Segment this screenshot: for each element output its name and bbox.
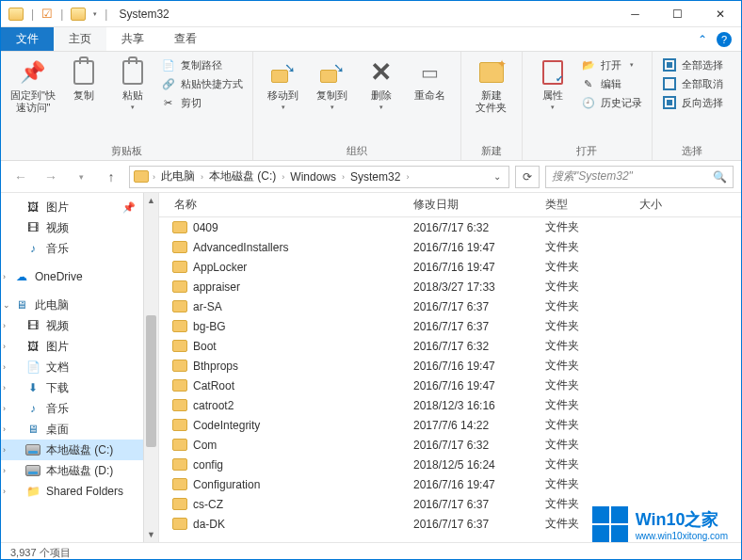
nav-videos2[interactable]: ›🎞视频 xyxy=(1,315,158,336)
scroll-down-icon[interactable]: ▼ xyxy=(144,527,158,542)
chevron-down-icon[interactable]: ⌄ xyxy=(3,300,10,310)
move-to-button[interactable]: ➘ 移动到 ▾ xyxy=(263,57,304,112)
chevron-right-icon[interactable]: › xyxy=(3,487,6,496)
copy-button[interactable]: 复制 xyxy=(63,57,105,102)
nav-shared[interactable]: ›📁Shared Folders xyxy=(1,481,158,502)
chevron-right-icon[interactable]: › xyxy=(3,424,6,434)
search-input[interactable]: 搜索"System32" 🔍 xyxy=(545,166,734,188)
scroll-thumb[interactable] xyxy=(146,315,156,447)
table-row[interactable]: CodeIntegrity2017/7/6 14:22文件夹 xyxy=(159,415,741,435)
pin-to-quick-access-button[interactable]: 📌 固定到"快 速访问" xyxy=(10,57,56,114)
delete-button[interactable]: ✕ 删除 ▾ xyxy=(361,57,402,112)
nav-pane[interactable]: 🖼图片📌 🎞视频 ♪音乐 ›☁OneDrive ⌄🖥此电脑 ›🎞视频 ›🖼图片 … xyxy=(1,193,159,542)
table-row[interactable]: appraiser2018/3/27 17:33文件夹 xyxy=(159,277,741,296)
bc-sep-icon[interactable]: › xyxy=(201,172,203,182)
table-row[interactable]: bg-BG2016/7/17 6:37文件夹 xyxy=(159,316,741,336)
tab-home[interactable]: 主页 xyxy=(54,27,106,51)
history-button[interactable]: 🕘历史记录 xyxy=(581,95,642,110)
properties-button[interactable]: ✔ 属性 ▾ xyxy=(532,57,573,112)
table-row[interactable]: da-DK2016/7/17 6:37文件夹 xyxy=(159,514,741,534)
nav-pictures[interactable]: 🖼图片📌 xyxy=(1,197,158,217)
chevron-right-icon[interactable]: › xyxy=(3,321,6,330)
back-button[interactable]: ← xyxy=(8,165,33,189)
up-button[interactable]: ↑ xyxy=(99,165,123,189)
qat-newfolder-icon[interactable] xyxy=(71,8,86,21)
nav-pictures2[interactable]: ›🖼图片 xyxy=(1,336,158,357)
paste-button[interactable]: 粘贴 ▾ xyxy=(112,57,153,112)
chevron-right-icon[interactable]: › xyxy=(3,404,6,413)
chevron-right-icon[interactable]: › xyxy=(3,272,6,281)
edit-button[interactable]: ✎编辑 xyxy=(581,76,642,91)
bc-sep-icon[interactable]: › xyxy=(282,172,284,182)
table-row[interactable]: catroot22018/12/3 16:16文件夹 xyxy=(159,395,741,415)
nav-this-pc[interactable]: ⌄🖥此电脑 xyxy=(1,295,158,315)
chevron-right-icon[interactable]: › xyxy=(3,466,6,475)
help-icon[interactable]: ? xyxy=(717,32,732,47)
table-row[interactable]: CatRoot2016/7/16 19:47文件夹 xyxy=(159,376,741,395)
bc-sep-icon[interactable]: › xyxy=(153,172,155,182)
bc-sep-icon[interactable]: › xyxy=(406,172,409,182)
table-row[interactable]: AdvancedInstallers2016/7/16 19:47文件夹 xyxy=(159,237,741,257)
qat-properties-icon[interactable]: ☑ xyxy=(41,7,53,21)
nav-music2[interactable]: ›♪音乐 xyxy=(1,398,158,419)
select-all-button[interactable]: 全部选择 xyxy=(662,57,723,72)
nav-music[interactable]: ♪音乐 xyxy=(1,238,158,259)
column-name[interactable]: 名称 xyxy=(159,197,406,213)
column-date[interactable]: 修改日期 xyxy=(406,197,538,213)
breadcrumb-bar[interactable]: › 此电脑 › 本地磁盘 (C:) › Windows › System32 ›… xyxy=(129,166,509,188)
chevron-right-icon[interactable]: › xyxy=(3,362,6,372)
table-row[interactable]: Com2016/7/17 6:32文件夹 xyxy=(159,435,741,455)
nav-scrollbar[interactable]: ▲▼ xyxy=(143,193,158,542)
bc-sep-icon[interactable]: › xyxy=(342,172,345,182)
copy-path-button[interactable]: 📄复制路径 xyxy=(161,57,243,72)
nav-videos[interactable]: 🎞视频 xyxy=(1,217,158,238)
title-bar: | ☑ | ▾ | System32 ─ ☐ ✕ xyxy=(1,1,741,27)
chevron-right-icon[interactable]: › xyxy=(3,383,6,392)
cut-button[interactable]: ✂剪切 xyxy=(161,95,243,110)
nav-downloads[interactable]: ›⬇下载 xyxy=(1,377,158,398)
breadcrumb-item[interactable]: System32 xyxy=(347,170,404,184)
chevron-right-icon[interactable]: › xyxy=(3,342,6,351)
breadcrumb-item[interactable]: 此电脑 xyxy=(157,168,199,184)
column-size[interactable]: 大小 xyxy=(632,197,707,213)
tab-share[interactable]: 共享 xyxy=(106,27,159,51)
recent-dropdown[interactable]: ▾ xyxy=(69,165,93,189)
minimize-button[interactable]: ─ xyxy=(614,1,656,27)
tab-file[interactable]: 文件 xyxy=(1,27,54,51)
table-row[interactable]: ar-SA2016/7/17 6:37文件夹 xyxy=(159,296,741,316)
open-button[interactable]: 📂打开▾ xyxy=(581,57,642,72)
table-row[interactable]: config2018/12/5 16:24文件夹 xyxy=(159,455,741,474)
rename-button[interactable]: ▭ 重命名 xyxy=(410,57,451,102)
close-button[interactable]: ✕ xyxy=(699,1,741,27)
collapse-ribbon-icon[interactable]: ⌃ xyxy=(698,33,707,46)
table-row[interactable]: Configuration2016/7/16 19:47文件夹 xyxy=(159,474,741,494)
breadcrumb-item[interactable]: Windows xyxy=(286,170,340,184)
table-row[interactable]: Bthprops2016/7/16 19:47文件夹 xyxy=(159,356,741,376)
new-folder-button[interactable]: 新建 文件夹 xyxy=(471,57,512,114)
table-row[interactable]: Boot2016/7/17 6:32文件夹 xyxy=(159,336,741,356)
select-none-button[interactable]: 全部取消 xyxy=(662,76,723,91)
file-list[interactable]: 名称 修改日期 类型 大小 04092016/7/17 6:32文件夹Advan… xyxy=(159,193,741,542)
nav-drive-d[interactable]: ›本地磁盘 (D:) xyxy=(1,460,158,481)
nav-documents[interactable]: ›📄文档 xyxy=(1,357,158,377)
address-dropdown-icon[interactable]: ⌄ xyxy=(493,171,505,182)
refresh-button[interactable]: ⟳ xyxy=(515,166,540,188)
table-row[interactable]: AppLocker2016/7/16 19:47文件夹 xyxy=(159,257,741,277)
paste-shortcut-button[interactable]: 🔗粘贴快捷方式 xyxy=(161,76,243,91)
maximize-button[interactable]: ☐ xyxy=(656,1,699,27)
invert-selection-button[interactable]: 反向选择 xyxy=(662,95,723,110)
column-type[interactable]: 类型 xyxy=(538,197,632,213)
copy-to-button[interactable]: ➘ 复制到 ▾ xyxy=(312,57,353,112)
forward-button[interactable]: → xyxy=(39,165,63,189)
scroll-up-icon[interactable]: ▲ xyxy=(144,193,158,208)
downloads-icon: ⬇ xyxy=(25,380,40,395)
table-row[interactable]: cs-CZ2016/7/17 6:37文件夹 xyxy=(159,494,741,514)
nav-onedrive[interactable]: ›☁OneDrive xyxy=(1,266,158,287)
nav-drive-c[interactable]: ›本地磁盘 (C:) xyxy=(1,440,158,460)
chevron-right-icon[interactable]: › xyxy=(3,445,6,455)
qat-dropdown-icon[interactable]: ▾ xyxy=(93,10,97,18)
tab-view[interactable]: 查看 xyxy=(159,27,212,51)
breadcrumb-item[interactable]: 本地磁盘 (C:) xyxy=(205,168,280,184)
table-row[interactable]: 04092016/7/17 6:32文件夹 xyxy=(159,217,741,237)
nav-desktop[interactable]: ›🖥桌面 xyxy=(1,419,158,440)
